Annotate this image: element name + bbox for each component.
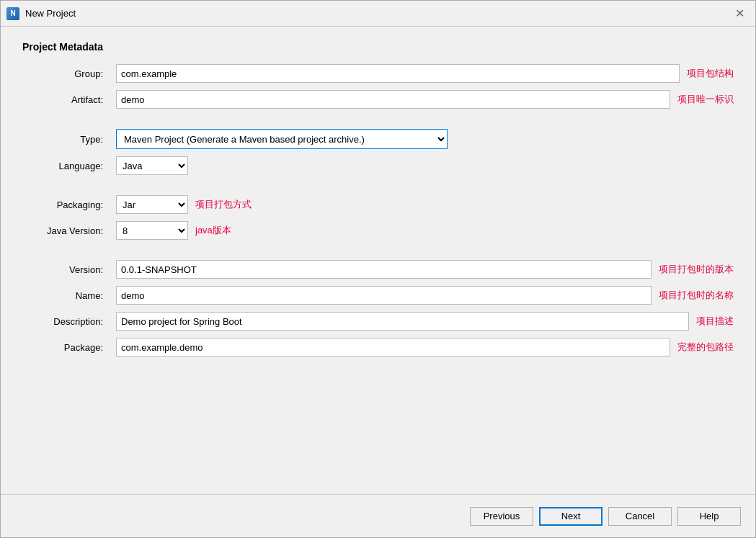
packaging-label: Packaging:: [22, 199, 109, 210]
type-row: Maven Project (Generate a Maven based pr…: [116, 129, 734, 149]
java-version-row: 8 11 17 java版本: [116, 221, 734, 240]
group-label: Group:: [22, 68, 109, 79]
java-version-label: Java Version:: [22, 225, 109, 236]
new-project-window: N New Project ✕ Project Metadata Group: …: [0, 0, 756, 538]
titlebar: N New Project ✕: [1, 1, 755, 27]
cancel-button[interactable]: Cancel: [608, 507, 672, 526]
footer: Previous Next Cancel Help: [1, 494, 755, 537]
package-input[interactable]: [116, 338, 670, 357]
section-title: Project Metadata: [22, 41, 734, 53]
version-row: 项目打包时的版本: [116, 260, 734, 279]
language-row: Java Kotlin Groovy: [116, 156, 734, 175]
java-version-select[interactable]: 8 11 17: [116, 221, 188, 240]
name-input[interactable]: [116, 286, 652, 305]
form-grid: Group: 项目包结构 Artifact: 项目唯一标识 Type: Mave…: [22, 64, 734, 357]
artifact-input[interactable]: [116, 90, 670, 109]
description-row: 项目描述: [116, 312, 734, 331]
name-row: 项目打包时的名称: [116, 286, 734, 305]
version-input[interactable]: [116, 260, 652, 279]
type-label: Type:: [22, 134, 109, 145]
artifact-label: Artifact:: [22, 94, 109, 105]
help-button[interactable]: Help: [677, 507, 741, 526]
group-row: 项目包结构: [116, 64, 734, 83]
type-select[interactable]: Maven Project (Generate a Maven based pr…: [116, 129, 448, 149]
package-annotation: 完整的包路径: [677, 341, 734, 354]
next-button[interactable]: Next: [539, 507, 602, 526]
java-version-annotation: java版本: [195, 224, 231, 237]
description-label: Description:: [22, 316, 109, 327]
artifact-annotation: 项目唯一标识: [677, 93, 734, 106]
packaging-row: Jar War 项目打包方式: [116, 195, 734, 214]
description-input[interactable]: [116, 312, 689, 331]
main-content: Project Metadata Group: 项目包结构 Artifact: …: [1, 27, 755, 494]
close-button[interactable]: ✕: [729, 4, 750, 24]
name-annotation: 项目打包时的名称: [659, 289, 734, 302]
app-icon: N: [6, 7, 19, 20]
version-annotation: 项目打包时的版本: [659, 263, 734, 276]
packaging-select[interactable]: Jar War: [116, 195, 188, 214]
group-input[interactable]: [116, 64, 680, 83]
language-label: Language:: [22, 161, 109, 171]
previous-button[interactable]: Previous: [470, 507, 533, 526]
description-annotation: 项目描述: [696, 315, 734, 328]
package-row: 完整的包路径: [116, 338, 734, 357]
packaging-annotation: 项目打包方式: [195, 198, 252, 211]
artifact-row: 项目唯一标识: [116, 90, 734, 109]
window-title: New Project: [25, 8, 729, 19]
version-label: Version:: [22, 264, 109, 275]
language-select[interactable]: Java Kotlin Groovy: [116, 156, 188, 175]
name-label: Name:: [22, 290, 109, 301]
group-annotation: 项目包结构: [687, 67, 734, 80]
package-label: Package:: [22, 342, 109, 353]
